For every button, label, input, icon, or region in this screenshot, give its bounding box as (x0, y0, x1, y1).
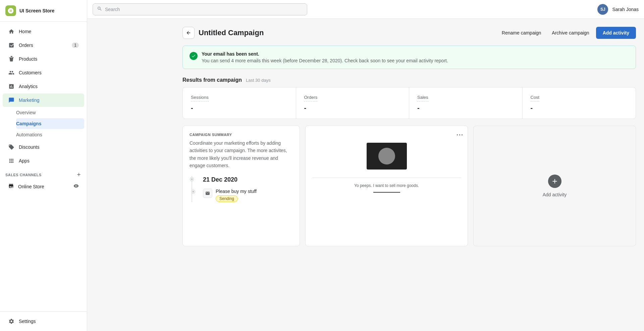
sidebar-item-analytics[interactable]: Analytics (3, 80, 84, 93)
apps-icon (8, 157, 15, 164)
campaign-summary-header: CAMPAIGN SUMMARY (183, 126, 300, 139)
stat-sessions: Sessions - (183, 87, 296, 119)
timeline-item-icon (203, 189, 212, 198)
stat-cost: Cost - (523, 87, 636, 119)
products-icon (8, 56, 15, 62)
archive-campaign-button[interactable]: Archive campaign (548, 27, 593, 38)
analytics-icon (8, 83, 15, 90)
header-actions: Rename campaign Archive campaign Add act… (498, 27, 636, 39)
avatar: SJ (597, 4, 608, 15)
stat-cost-value: - (531, 104, 628, 112)
sidebar-nav: Home Orders 1 Products Customers (0, 22, 87, 311)
sidebar-item-settings[interactable]: Settings (3, 315, 84, 328)
add-activity-card-label: Add activity (543, 192, 567, 197)
campaign-summary-card: CAMPAIGN SUMMARY Coordinate your marketi… (182, 126, 300, 246)
sidebar-products-label: Products (19, 56, 37, 62)
sidebar-item-customers[interactable]: Customers (3, 66, 84, 79)
stat-orders: Orders - (296, 87, 410, 119)
add-activity-header-button[interactable]: Add activity (596, 27, 636, 39)
sidebar-customers-label: Customers (19, 70, 42, 75)
alert-body: You can send 4 more emails this week (be… (202, 58, 448, 63)
email-preview-tagline: Yo peeps. I want to sell more goods. (354, 183, 419, 188)
sidebar-item-home[interactable]: Home (3, 25, 84, 38)
subnav-campaigns[interactable]: Campaigns (16, 118, 84, 129)
sidebar-discounts-label: Discounts (19, 144, 39, 150)
sidebar-settings-label: Settings (19, 319, 36, 324)
sidebar-home-label: Home (19, 29, 31, 34)
stat-cost-label: Cost (531, 95, 540, 102)
brand-header: UI Screen Store (0, 0, 87, 22)
timeline-item-title: Please buy my stuff (216, 189, 257, 194)
sidebar-marketing-label: Marketing (19, 97, 39, 103)
sidebar-analytics-label: Analytics (19, 84, 38, 89)
email-preview-content: Yo peeps. I want to sell more goods. (306, 126, 468, 206)
sidebar-apps-label: Apps (19, 158, 30, 163)
email-preview-card: ... Yo peeps. I want to sell more goods. (305, 126, 468, 246)
eye-icon[interactable] (73, 183, 79, 190)
timeline-item-content: Please buy my stuff Sending (216, 189, 257, 202)
marketing-subnav: Overview Campaigns Automations (0, 107, 87, 140)
stat-sessions-label: Sessions (191, 95, 209, 102)
stats-row: Sessions - Orders - Sales - Cost - (182, 87, 636, 119)
success-alert: Your email has been sent. You can send 4… (182, 46, 636, 69)
marketing-icon (8, 97, 15, 104)
results-header: Results from campaign Last 30 days (182, 77, 636, 83)
email-preview-banner (367, 143, 407, 170)
brand-logo (5, 5, 16, 16)
orders-icon (8, 42, 15, 49)
email-preview-divider (312, 178, 461, 178)
online-store-icon (8, 183, 14, 190)
stat-sales-value: - (417, 104, 514, 112)
sidebar-item-marketing[interactable]: Marketing (3, 93, 84, 107)
results-title: Results from campaign (182, 77, 242, 83)
back-button[interactable] (182, 27, 195, 39)
discounts-icon (8, 144, 15, 150)
sidebar-orders-label: Orders (19, 43, 33, 48)
topbar-right: SJ Sarah Jonas (597, 4, 639, 15)
bottom-row: CAMPAIGN SUMMARY Coordinate your marketi… (182, 126, 636, 246)
campaign-summary-body: Coordinate your marketing efforts by add… (183, 139, 300, 176)
preview-card-menu-button[interactable]: ... (457, 130, 464, 137)
alert-success-icon (190, 52, 198, 60)
sales-channels-section: SALES CHANNELS (0, 168, 87, 179)
campaign-timeline: 21 Dec 2020 Please buy my stuff Sending (183, 176, 300, 209)
main-content: Untitled Campaign Rename campaign Archiv… (174, 19, 644, 331)
sidebar-item-online-store[interactable]: Online Store (3, 180, 84, 193)
rename-campaign-button[interactable]: Rename campaign (498, 27, 545, 38)
sidebar-item-orders[interactable]: Orders 1 (3, 39, 84, 52)
sidebar-item-products[interactable]: Products (3, 52, 84, 66)
alert-title: Your email has been sent. (202, 51, 448, 57)
email-preview-underline (373, 192, 400, 193)
stat-orders-label: Orders (304, 95, 318, 102)
user-name: Sarah Jonas (612, 7, 639, 12)
search-icon (97, 6, 102, 13)
home-icon (8, 28, 15, 35)
sales-channels-title: SALES CHANNELS (5, 173, 42, 177)
stat-orders-value: - (304, 104, 401, 112)
online-store-label: Online Store (18, 184, 44, 189)
alert-content: Your email has been sent. You can send 4… (202, 51, 448, 63)
add-activity-plus-icon (548, 175, 561, 188)
sidebar-item-discounts[interactable]: Discounts (3, 140, 84, 154)
stat-sessions-value: - (191, 104, 288, 112)
timeline-item-badge: Sending (216, 195, 238, 202)
timeline-date: 21 Dec 2020 (196, 176, 293, 183)
add-sales-channel-icon[interactable] (76, 172, 82, 178)
email-preview-logo-circle (378, 148, 395, 164)
subnav-automations[interactable]: Automations (16, 129, 84, 140)
search-box[interactable] (93, 3, 307, 15)
topbar: SJ Sarah Jonas (87, 0, 644, 19)
sidebar-item-apps[interactable]: Apps (3, 154, 84, 168)
customers-icon (8, 69, 15, 76)
results-subtitle: Last 30 days (246, 78, 271, 83)
sidebar: UI Screen Store Home Orders 1 Products (0, 0, 87, 331)
page-header: Untitled Campaign Rename campaign Archiv… (182, 27, 636, 39)
subnav-overview[interactable]: Overview (16, 107, 84, 118)
stat-sales: Sales - (409, 87, 523, 119)
page-title: Untitled Campaign (199, 28, 494, 37)
brand-name: UI Screen Store (19, 8, 54, 13)
settings-icon (8, 318, 15, 325)
search-input[interactable] (105, 7, 303, 12)
orders-badge: 1 (72, 43, 79, 48)
add-activity-card[interactable]: Add activity (473, 126, 636, 246)
